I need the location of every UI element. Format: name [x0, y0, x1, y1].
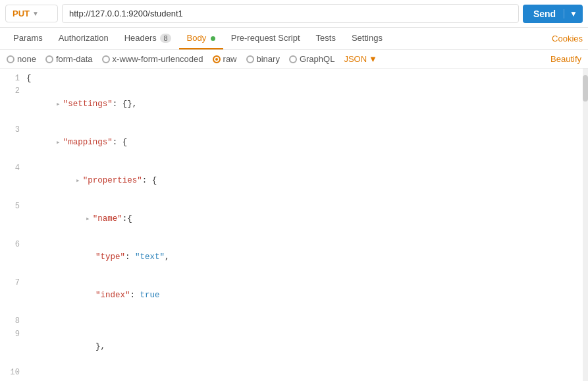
opt-form-data[interactable]: form-data — [45, 54, 93, 64]
code-line-10: 10 ▸"sex":{ — [0, 366, 588, 381]
tab-tests[interactable]: Tests — [308, 28, 344, 49]
tab-headers[interactable]: Headers 8 — [117, 28, 179, 49]
json-format-select[interactable]: JSON ▼ — [344, 54, 377, 64]
url-input[interactable] — [62, 4, 519, 23]
code-line-2: 2 ▸"settings": {}, — [0, 85, 588, 123]
code-line-8: 8 — [0, 315, 588, 328]
method-chevron-icon: ▼ — [32, 10, 39, 17]
opt-form-data-label: form-data — [56, 54, 93, 64]
opt-raw[interactable]: raw — [213, 54, 237, 64]
opt-urlencoded-label: x-www-form-urlencoded — [113, 54, 203, 64]
opt-raw-label: raw — [223, 54, 237, 64]
method-select[interactable]: PUT ▼ — [5, 5, 58, 22]
tab-params[interactable]: Params — [5, 28, 51, 49]
opt-binary-label: binary — [257, 54, 280, 64]
opt-graphql-label: GraphQL — [300, 54, 334, 64]
body-active-dot — [211, 36, 215, 41]
code-line-7: 7 "index": true — [0, 277, 588, 315]
opt-binary[interactable]: binary — [246, 54, 280, 64]
method-label: PUT — [13, 9, 30, 18]
request-tab-bar: Params Authorization Headers 8 Body Pre-… — [0, 28, 588, 50]
code-line-4: 4 ▸"properties": { — [0, 162, 588, 200]
send-label: Send — [533, 9, 564, 19]
editor-scrollbar[interactable] — [583, 69, 588, 381]
code-line-5: 5 ▸"name":{ — [0, 200, 588, 239]
radio-form-data[interactable] — [45, 55, 53, 63]
send-button[interactable]: Send ▼ — [523, 5, 583, 23]
radio-urlencoded[interactable] — [102, 55, 110, 63]
radio-binary[interactable] — [246, 55, 254, 63]
tab-authorization[interactable]: Authorization — [51, 28, 117, 49]
beautify-button[interactable]: Beautify — [550, 54, 581, 64]
editor-scrollbar-thumb[interactable] — [583, 75, 588, 102]
top-bar: PUT ▼ Send ▼ — [0, 0, 588, 28]
code-line-6: 6 "type": "text", — [0, 239, 588, 277]
opt-graphql[interactable]: GraphQL — [289, 54, 334, 64]
tab-body[interactable]: Body — [179, 28, 223, 49]
tab-settings[interactable]: Settings — [344, 28, 390, 49]
radio-raw[interactable] — [213, 55, 221, 63]
request-body-editor[interactable]: 1 { 2 ▸"settings": {}, 3 ▸"mappings": { … — [0, 69, 588, 381]
code-line-1: 1 { — [0, 73, 588, 85]
radio-graphql[interactable] — [289, 55, 297, 63]
send-arrow-icon[interactable]: ▼ — [564, 9, 583, 18]
cookies-link[interactable]: Cookies — [552, 34, 583, 44]
opt-none[interactable]: none — [7, 54, 36, 64]
code-line-3: 3 ▸"mappings": { — [0, 124, 588, 162]
json-format-label: JSON — [344, 54, 367, 64]
json-chevron-icon: ▼ — [369, 54, 377, 64]
radio-none[interactable] — [7, 55, 14, 63]
tab-pre-request[interactable]: Pre-request Script — [223, 28, 308, 49]
body-options-bar: none form-data x-www-form-urlencoded raw… — [0, 50, 588, 69]
opt-none-label: none — [17, 54, 36, 64]
opt-urlencoded[interactable]: x-www-form-urlencoded — [102, 54, 203, 64]
headers-badge: 8 — [160, 34, 171, 43]
code-line-9: 9 }, — [0, 328, 588, 366]
